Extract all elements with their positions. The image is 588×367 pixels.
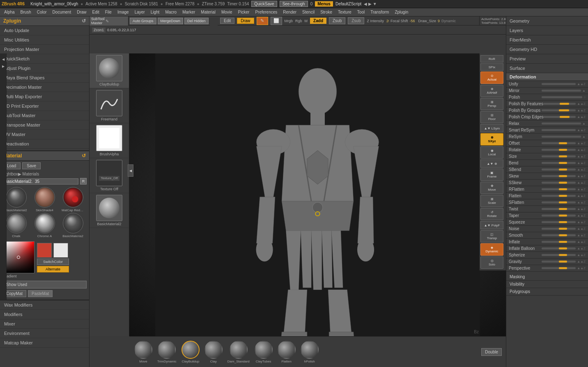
menus-button[interactable]: Menus bbox=[315, 1, 333, 7]
menu-item-image[interactable]: Image bbox=[115, 9, 131, 15]
deform-item-sskew[interactable]: SSkew▲▲Z bbox=[506, 180, 588, 186]
deform-item-smooth[interactable]: Smooth▲▲Z bbox=[506, 232, 588, 239]
deform-item-mirror[interactable]: Mirror▲ bbox=[506, 88, 588, 94]
deform-item-rflatten[interactable]: RFlatten▲▲Z bbox=[506, 186, 588, 193]
zplugin-item-decimation-master[interactable]: Decimation Master bbox=[0, 83, 89, 92]
brush-clay-buildup[interactable]: ClayBuildup bbox=[90, 53, 129, 88]
m-label[interactable]: M bbox=[305, 19, 308, 23]
polyf-controls[interactable]: ▲▼ PolyF bbox=[480, 221, 503, 229]
menu-item-zplugin[interactable]: Zplugin bbox=[392, 9, 411, 15]
menu-item-macro[interactable]: Macro bbox=[163, 9, 179, 15]
alternate-button[interactable]: Alternate bbox=[37, 266, 69, 272]
transp-icon[interactable]: ◫Transp bbox=[480, 230, 503, 242]
deform-item-squeeze[interactable]: Squeeze▲▲Z bbox=[506, 219, 588, 226]
menu-item-material[interactable]: Material bbox=[198, 9, 218, 15]
menu-item-stencil[interactable]: Stencil bbox=[300, 9, 317, 15]
local-icon[interactable]: ◉Local bbox=[480, 146, 503, 159]
geometry-item-fibermesh[interactable]: FiberMesh bbox=[506, 35, 588, 45]
material-item-1[interactable]: SkinShade4 bbox=[31, 187, 58, 212]
menu-item-movie[interactable]: Movie bbox=[219, 9, 235, 15]
bottom-brush-move[interactable]: Move bbox=[133, 340, 153, 364]
color-gradient[interactable] bbox=[2, 241, 34, 273]
geometry-item-geometry-hd[interactable]: Geometry HD bbox=[506, 45, 588, 54]
deform-item-gravity[interactable]: Gravity▲▲Z bbox=[506, 259, 588, 265]
deform-item-polish[interactable]: Polish○ bbox=[506, 94, 588, 101]
deform-item-skew[interactable]: Skew▲▲Z bbox=[506, 173, 588, 180]
bottom-brush-clay[interactable]: Clay bbox=[204, 340, 223, 364]
show-used-button[interactable]: Show Used bbox=[2, 281, 87, 289]
deform-item-polish-by-features[interactable]: Polish By Features▲▲Z bbox=[506, 101, 588, 107]
deform-item-inflate-balloon[interactable]: Inflate Balloon▲▲Z bbox=[506, 245, 588, 252]
refresh-icon[interactable]: ↺ bbox=[82, 18, 86, 24]
menu-item-render[interactable]: Render bbox=[280, 9, 299, 15]
frame-icon[interactable]: ▣Frame bbox=[480, 168, 503, 181]
material-item-2[interactable]: MatCap Red Wa bbox=[59, 187, 87, 212]
geometry-item-surface[interactable]: Surface bbox=[506, 64, 588, 73]
deform-item-relax[interactable]: Relax▲ bbox=[506, 120, 588, 127]
draw-size-value[interactable]: 9 bbox=[438, 19, 440, 23]
deform-item-rotate[interactable]: Rotate▲▲Z bbox=[506, 147, 588, 153]
left-arrow-icon[interactable]: ◀ bbox=[2, 58, 5, 61]
sym-controls[interactable]: ▲▼ ⊕ bbox=[480, 159, 503, 168]
menu-item-document[interactable]: Document bbox=[50, 9, 74, 15]
deform-item-taper[interactable]: Taper▲▲Z bbox=[506, 212, 588, 219]
bottom-brush-dam_standard[interactable]: Dam_Standard bbox=[227, 340, 250, 364]
actual-icon[interactable]: ⊙Actual bbox=[480, 72, 503, 84]
menu-item-draw[interactable]: Draw bbox=[74, 9, 89, 15]
environment-item[interactable]: Environment bbox=[0, 329, 89, 338]
fold-icon[interactable]: ▶ bbox=[2, 65, 5, 68]
modifiers-item[interactable]: Modifiers bbox=[0, 310, 89, 319]
bottom-brush-claybuildup[interactable]: ClayBuildup bbox=[181, 340, 200, 364]
deform-item-polish-by-groups[interactable]: Polish By Groups▲▲Z bbox=[506, 107, 588, 114]
material-item-3[interactable]: Chalk bbox=[2, 213, 30, 238]
menu-item-color[interactable]: Color bbox=[34, 9, 49, 15]
mixer-item[interactable]: Mixer bbox=[0, 319, 89, 329]
geometry-item-layers[interactable]: Layers bbox=[506, 26, 588, 35]
soc-icon[interactable]: RoR bbox=[480, 55, 503, 62]
deform-item-sbend[interactable]: SBend▲▲Z bbox=[506, 166, 588, 173]
edit-button[interactable]: Edit bbox=[220, 18, 234, 24]
polygroups-item[interactable]: Polygroups bbox=[506, 288, 588, 295]
zplugin-item-subtool-master[interactable]: SubTool Master bbox=[0, 111, 89, 120]
mrgb-label[interactable]: Mrgb bbox=[285, 19, 293, 23]
menu-item-picker[interactable]: Picker bbox=[236, 9, 252, 15]
visibility-item[interactable]: Visibility bbox=[506, 281, 588, 288]
bottom-brush-claytubes[interactable]: ClayTubes bbox=[254, 340, 273, 364]
wax-modifiers-item[interactable]: Wax Modifiers bbox=[0, 300, 89, 310]
move-icon[interactable]: ✥Move bbox=[480, 182, 503, 194]
menu-item-alpha[interactable]: Alpha bbox=[2, 9, 17, 15]
menu-item-tool[interactable]: Tool bbox=[355, 9, 367, 15]
bottom-brush-flatten[interactable]: Flatten bbox=[277, 340, 296, 364]
bottom-brush-hpolish[interactable]: hPolish bbox=[300, 340, 319, 364]
floor-icon[interactable]: ⊟Floor bbox=[480, 111, 503, 123]
rgb-label[interactable]: Rgb bbox=[295, 19, 302, 23]
switch-color-button[interactable]: SwitchColor bbox=[37, 259, 69, 265]
rotate-icon[interactable]: ↺Rotate bbox=[480, 208, 503, 220]
zsub-button[interactable]: Zsub bbox=[329, 17, 345, 24]
deform-item-bend[interactable]: Bend▲▲Z bbox=[506, 160, 588, 166]
foreground-color[interactable] bbox=[37, 243, 52, 258]
persp-icon[interactable]: ⊞Persp bbox=[480, 98, 503, 110]
zplugin-item-misc-utilities[interactable]: Misc Utilities bbox=[0, 35, 89, 45]
menu-item-brush[interactable]: Brush bbox=[18, 9, 34, 15]
solo-icon[interactable]: ◎Solo bbox=[480, 256, 503, 269]
deform-item-inflate[interactable]: Inflate▲▲Z bbox=[506, 239, 588, 245]
deform-item-smart-resym[interactable]: Smart ReSym▲▲Z bbox=[506, 127, 588, 134]
collapse-brush-button[interactable]: ◀ bbox=[128, 164, 133, 177]
del-hidden-button[interactable]: Del Hidden bbox=[184, 18, 209, 24]
geometry-item-preview[interactable]: Preview bbox=[506, 54, 588, 64]
brush-alpha[interactable]: BrushAlpha bbox=[90, 123, 129, 158]
pastemat-button[interactable]: PasteMat bbox=[28, 290, 53, 297]
brush-freehand[interactable]: FreeHand bbox=[90, 88, 129, 123]
zplugin-item-uv-master[interactable]: UV Master bbox=[0, 130, 89, 139]
zsub2-button[interactable]: Zsub bbox=[348, 17, 364, 24]
zadd-button[interactable]: Zadd bbox=[310, 18, 326, 24]
zplugin-item-projection-master[interactable]: Projection Master bbox=[0, 45, 89, 54]
draw-button[interactable]: Draw bbox=[237, 18, 254, 24]
deform-item-resym[interactable]: ReSym▲ bbox=[506, 134, 588, 140]
texture-off[interactable]: Texture_Off Texture Off bbox=[90, 158, 129, 193]
material-item-5[interactable]: BasicMateria2 bbox=[59, 213, 87, 238]
menu-item-edit[interactable]: Edit bbox=[90, 9, 102, 15]
save-button[interactable]: Save bbox=[22, 162, 41, 169]
deform-item-unify[interactable]: Unify▲▲Z bbox=[506, 81, 588, 88]
